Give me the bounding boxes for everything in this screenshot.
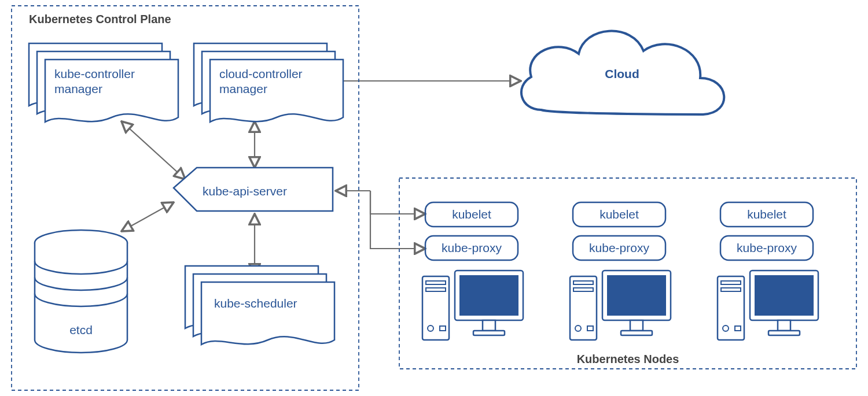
svg-text:kubelet: kubelet	[599, 208, 639, 221]
svg-text:kubelet: kubelet	[452, 208, 491, 221]
node-3: kubelet kube-proxy	[718, 202, 818, 340]
svg-text:kube-api-server: kube-api-server	[203, 184, 287, 198]
arrow-trunk-to-kubelet	[370, 191, 425, 214]
svg-text:etcd: etcd	[69, 323, 93, 336]
svg-text:manager: manager	[219, 82, 267, 95]
kube-api-server: kube-api-server	[174, 168, 333, 211]
svg-text:kube-proxy: kube-proxy	[737, 241, 797, 254]
etcd: etcd	[35, 230, 127, 353]
computer-icon	[570, 271, 671, 340]
computer-icon	[422, 271, 523, 340]
svg-text:kube-proxy: kube-proxy	[442, 241, 502, 254]
svg-text:kube-scheduler: kube-scheduler	[214, 297, 297, 310]
control-plane: Kubernetes Control Plane kube-controller…	[12, 6, 359, 390]
node-2: kubelet kube-proxy	[570, 202, 671, 340]
kubernetes-architecture-diagram: Kubernetes Control Plane kube-controller…	[0, 0, 868, 396]
svg-text:cloud-controller: cloud-controller	[219, 67, 303, 80]
nodes-panel-title: Kubernetes Nodes	[577, 353, 679, 365]
node-1: kubelet kube-proxy	[422, 202, 523, 340]
kube-scheduler: kube-scheduler	[185, 266, 334, 345]
svg-text:kube-proxy: kube-proxy	[589, 241, 649, 254]
cloud-controller-manager: cloud-controller manager	[194, 43, 343, 122]
svg-text:kube-controller: kube-controller	[54, 67, 135, 80]
kube-controller-manager: kube-controller manager	[29, 43, 178, 122]
nodes-panel: Kubernetes Nodes kubelet kube-proxy kube…	[399, 178, 856, 369]
cloud-label: Cloud	[605, 67, 639, 80]
cloud: Cloud	[521, 31, 724, 114]
arrow-etcd-api	[122, 202, 174, 231]
computer-icon	[718, 271, 818, 340]
svg-text:manager: manager	[54, 82, 102, 95]
control-plane-title: Kubernetes Control Plane	[29, 13, 171, 25]
svg-text:kubelet: kubelet	[747, 208, 786, 221]
arrow-kcm-api	[122, 121, 185, 179]
arrow-trunk-to-kubeproxy	[370, 191, 425, 249]
